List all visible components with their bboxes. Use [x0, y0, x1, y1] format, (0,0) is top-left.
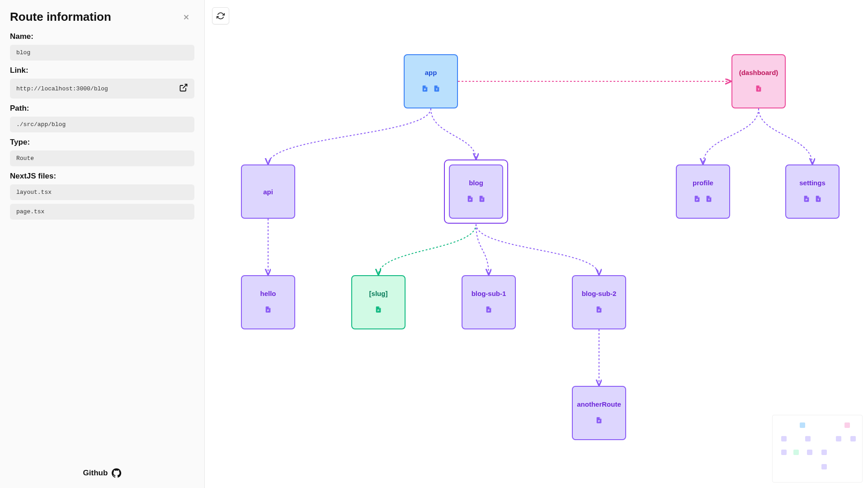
node-label: profile — [693, 179, 713, 187]
file-item: page.tsx — [10, 204, 194, 220]
file-item: layout.tsx — [10, 184, 194, 200]
node-label: blog-sub-1 — [472, 290, 506, 297]
node-icons: P — [595, 305, 603, 315]
node-anotherRoute[interactable]: anotherRouteP — [572, 386, 626, 440]
node-label: (dashboard) — [739, 69, 778, 76]
node-blog[interactable]: blogPT — [449, 164, 503, 219]
node-label: anotherRoute — [577, 400, 621, 408]
svg-text:P: P — [267, 309, 269, 312]
node-icons: P — [375, 305, 382, 315]
page-file-icon: P — [264, 305, 272, 315]
node-label: settings — [799, 179, 826, 187]
svg-text:P: P — [488, 309, 490, 312]
minimap-cell — [836, 436, 841, 441]
node-label: app — [425, 69, 437, 76]
node-blogsub2[interactable]: blog-sub-2P — [572, 275, 626, 329]
name-label: Name: — [10, 32, 194, 41]
link-label: Link: — [10, 66, 194, 75]
node-dashboard[interactable]: (dashboard)T — [731, 54, 786, 108]
node-hello[interactable]: helloP — [241, 275, 295, 329]
svg-text:P: P — [696, 198, 698, 201]
svg-text:P: P — [598, 420, 600, 422]
minimap-cell — [800, 422, 805, 428]
layout-file-icon: T — [433, 84, 440, 94]
path-value: ./src/app/blog — [10, 117, 194, 132]
node-label: api — [263, 188, 273, 196]
page-file-icon: P — [421, 84, 429, 94]
canvas[interactable]: appPT(dashboard)TapiblogPTprofilePTsetti… — [205, 0, 868, 488]
sidebar-title: Route information — [10, 10, 194, 24]
type-value: Route — [10, 150, 194, 166]
svg-text:P: P — [424, 88, 426, 91]
sidebar: Route information Name: blog Link: http:… — [0, 0, 205, 488]
node-icons: PT — [467, 195, 486, 205]
github-link[interactable]: Github — [83, 468, 122, 478]
path-label: Path: — [10, 104, 194, 113]
minimap-cell — [821, 464, 827, 469]
node-icons: T — [755, 84, 762, 94]
page-file-icon: P — [803, 195, 810, 205]
node-label: blog-sub-2 — [582, 290, 617, 297]
svg-text:T: T — [817, 198, 819, 201]
page-file-icon: P — [467, 195, 474, 205]
page-file-icon: P — [693, 195, 701, 205]
node-icons: PT — [693, 195, 712, 205]
layout-file-icon: T — [815, 195, 822, 205]
node-label: blog — [469, 179, 483, 187]
svg-text:P: P — [598, 309, 600, 312]
minimap-cell — [805, 436, 811, 441]
layout-file-icon: T — [755, 84, 762, 94]
minimap[interactable] — [772, 415, 863, 483]
node-icons: PT — [421, 84, 440, 94]
node-blogsub1[interactable]: blog-sub-1P — [462, 275, 516, 329]
layout-file-icon: T — [478, 195, 486, 205]
refresh-button[interactable] — [212, 7, 229, 24]
node-app[interactable]: appPT — [404, 54, 458, 108]
node-profile[interactable]: profilePT — [676, 164, 730, 219]
page-file-icon: P — [595, 416, 603, 426]
node-icons: PT — [803, 195, 822, 205]
node-icons: P — [485, 305, 492, 315]
svg-text:T: T — [481, 198, 483, 201]
node-settings[interactable]: settingsPT — [785, 164, 840, 219]
svg-text:T: T — [708, 198, 710, 201]
minimap-cell — [844, 422, 850, 428]
node-label: [slug] — [369, 290, 388, 297]
node-label: hello — [260, 290, 276, 297]
node-icons: P — [595, 416, 603, 426]
files-label: NextJS files: — [10, 172, 194, 181]
svg-text:P: P — [806, 198, 807, 201]
external-link-icon — [179, 83, 188, 92]
minimap-cell — [821, 450, 827, 455]
page-file-icon: P — [595, 305, 603, 315]
node-slug[interactable]: [slug]P — [351, 275, 406, 329]
name-value: blog — [10, 45, 194, 61]
svg-text:P: P — [377, 309, 379, 312]
minimap-cell — [781, 436, 787, 441]
type-label: Type: — [10, 138, 194, 147]
svg-text:T: T — [758, 88, 760, 91]
page-file-icon: P — [375, 305, 382, 315]
refresh-icon — [217, 12, 225, 20]
node-api[interactable]: api — [241, 164, 295, 219]
svg-text:T: T — [436, 88, 438, 91]
link-value: http://localhost:3000/blog — [10, 79, 194, 99]
minimap-cell — [807, 450, 812, 455]
minimap-cell — [793, 450, 799, 455]
close-icon — [182, 13, 190, 21]
page-file-icon: P — [485, 305, 492, 315]
close-button[interactable] — [181, 13, 192, 23]
minimap-cell — [781, 450, 787, 455]
svg-text:P: P — [469, 198, 471, 201]
minimap-cell — [850, 436, 856, 441]
node-icons: P — [264, 305, 272, 315]
github-icon — [111, 468, 121, 478]
layout-file-icon: T — [705, 195, 712, 205]
open-link-button[interactable] — [179, 83, 188, 94]
